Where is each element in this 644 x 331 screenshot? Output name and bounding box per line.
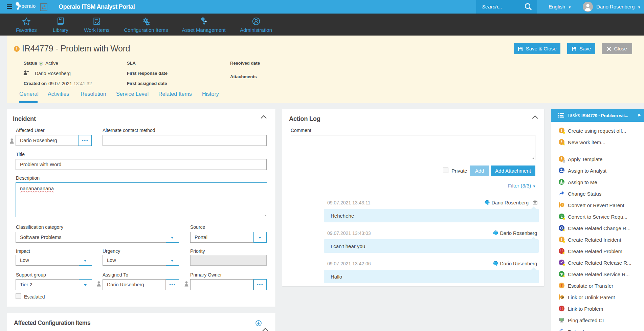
svg-text:88: 88 (560, 319, 563, 321)
svg-text:!: ! (562, 203, 563, 207)
svg-text:peraio: peraio (22, 3, 36, 9)
